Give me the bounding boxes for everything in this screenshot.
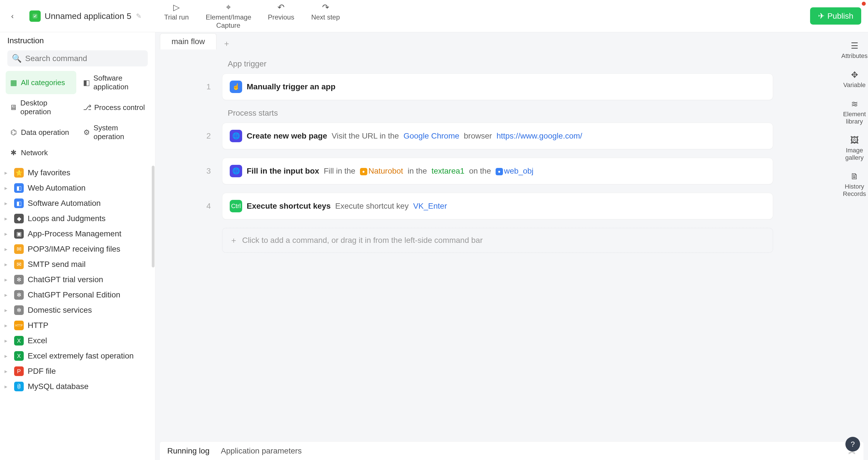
tree-item-label: SMTP send mail <box>28 260 86 269</box>
step-token: VK_Enter <box>413 202 447 211</box>
command-tree[interactable]: ▸ ⭐ My favorites▸ ◧ Web Automation▸ ◧ So… <box>0 164 155 460</box>
tree-item-icon: ✉ <box>14 260 24 269</box>
step-number: 4 <box>165 202 222 211</box>
tree-item-14[interactable]: ▸ 🛢 MySQL database <box>3 379 152 394</box>
undo-icon: ↶ <box>277 2 284 12</box>
chevron-right-icon: ▸ <box>4 215 10 222</box>
tree-item-label: App-Process Management <box>28 229 122 238</box>
category-process[interactable]: ⎇Process control <box>79 96 150 119</box>
tree-item-7[interactable]: ▸ ✻ ChatGPT trial version <box>3 272 152 287</box>
tree-item-icon: 🛢 <box>14 382 24 391</box>
chevron-right-icon: ▸ <box>4 291 10 298</box>
tree-item-label: MySQL database <box>28 382 88 391</box>
tree-item-icon: ✻ <box>14 290 24 300</box>
step-icon: 🌐 <box>230 165 242 177</box>
tree-item-11[interactable]: ▸ X Excel <box>3 333 152 348</box>
add-tab-button[interactable]: ＋ <box>221 38 232 49</box>
chevron-right-icon: ▸ <box>4 352 10 360</box>
tree-item-12[interactable]: ▸ X Excel extremely fast operation <box>3 348 152 364</box>
tree-item-icon: X <box>14 351 24 361</box>
step-card-4[interactable]: Ctrl Execute shortcut keys Execute short… <box>222 193 773 220</box>
rail-variable[interactable]: ✥Variable <box>842 70 867 89</box>
step-token: in the <box>408 167 427 176</box>
tree-item-label: Excel extremely fast operation <box>28 351 134 361</box>
step-icon: 🌐 <box>230 130 242 142</box>
tree-item-label: POP3/IMAP receiving files <box>28 245 120 254</box>
help-fab[interactable]: ? <box>845 437 860 452</box>
chevron-right-icon: ▸ <box>4 337 10 344</box>
step-token: Visit the URL in the <box>332 132 399 141</box>
tree-item-2[interactable]: ▸ ◧ Software Automation <box>3 196 152 211</box>
tree-item-label: Software Automation <box>28 199 101 208</box>
category-desktop[interactable]: 🖥Desktop operation <box>6 96 76 119</box>
window-icon: ◧ <box>83 78 90 87</box>
step-token: browser <box>464 132 492 141</box>
category-data[interactable]: ⌬Data operation <box>6 121 76 144</box>
search-command[interactable]: 🔍 <box>7 50 148 66</box>
tree-item-13[interactable]: ▸ P PDF file <box>3 364 152 379</box>
history-icon: 🗎 <box>850 172 859 181</box>
publish-button[interactable]: ✈ Publish <box>810 7 861 25</box>
tree-item-label: Loops and Judgments <box>28 214 106 223</box>
next-step-button[interactable]: ↷ Next step <box>311 2 340 30</box>
tree-item-0[interactable]: ▸ ⭐ My favorites <box>3 165 152 180</box>
rail-element-library[interactable]: ≋Element library <box>842 99 867 125</box>
tree-item-6[interactable]: ▸ ✉ SMTP send mail <box>3 257 152 272</box>
previous-button[interactable]: ↶ Previous <box>268 2 294 30</box>
category-system[interactable]: ⚙System operation <box>79 121 150 144</box>
step-icon: Ctrl <box>230 200 242 212</box>
tree-item-1[interactable]: ▸ ◧ Web Automation <box>3 180 152 196</box>
trial-run-button[interactable]: ▷ Trial run <box>164 2 189 30</box>
chevron-right-icon: ▸ <box>4 322 10 329</box>
app-logo-icon <box>29 10 41 22</box>
category-software[interactable]: ◧Software application <box>79 71 150 94</box>
edit-title-icon[interactable]: ✎ <box>136 12 142 20</box>
tree-item-8[interactable]: ▸ ✻ ChatGPT Personal Edition <box>3 287 152 303</box>
trigger-section-label: App trigger <box>228 59 858 68</box>
tree-item-4[interactable]: ▸ ▣ App-Process Management <box>3 226 152 241</box>
branch-icon: ⎇ <box>83 103 91 112</box>
sidebar-scrollbar[interactable] <box>152 166 155 267</box>
chevron-right-icon: ▸ <box>4 368 10 375</box>
step-icon: ☝ <box>230 81 242 93</box>
capture-button[interactable]: ⌖ Element/Image Capture <box>206 2 251 30</box>
tree-item-icon: HTTP <box>14 321 24 330</box>
step-number: 3 <box>165 167 222 176</box>
tree-item-3[interactable]: ▸ ◆ Loops and Judgments <box>3 211 152 226</box>
bottom-tab-running-log[interactable]: Running log <box>167 447 209 456</box>
step-card-3[interactable]: 🌐 Fill in the input box Fill in the ●Nat… <box>222 158 773 184</box>
search-icon: 🔍 <box>12 54 22 63</box>
chevron-right-icon: ▸ <box>4 184 10 192</box>
chevron-right-icon: ▸ <box>4 169 10 176</box>
chevron-right-icon: ▸ <box>4 261 10 268</box>
category-all[interactable]: ▦All categories <box>6 71 76 94</box>
back-button[interactable]: ‹ <box>7 10 18 22</box>
app-title: Unnamed application 5 <box>44 11 131 21</box>
tree-item-icon: ✻ <box>14 305 24 315</box>
step-token: https://www.google.com/ <box>496 132 582 141</box>
process-section-label: Process starts <box>228 109 858 118</box>
notification-dot-icon <box>862 2 866 6</box>
tree-item-5[interactable]: ▸ ✉ POP3/IMAP receiving files <box>3 241 152 257</box>
play-icon: ▷ <box>173 2 180 12</box>
flow-tab-main[interactable]: main flow <box>160 33 216 50</box>
rail-attributes[interactable]: ☰Attributes <box>842 41 867 60</box>
add-command-dropzone[interactable]: ＋ Click to add a command, or drag it in … <box>222 228 773 253</box>
bottom-tab-app-params[interactable]: Application parameters <box>221 447 302 456</box>
tree-item-icon: ◧ <box>14 199 24 208</box>
tree-item-9[interactable]: ▸ ✻ Domestic services <box>3 303 152 318</box>
tree-item-label: My favorites <box>28 168 70 177</box>
publish-icon: ✈ <box>818 11 825 21</box>
tree-item-icon: ◆ <box>14 214 24 223</box>
rail-image-gallery[interactable]: 🖼Image gallery <box>842 136 867 162</box>
search-input[interactable] <box>25 54 143 63</box>
plus-icon: ＋ <box>230 235 238 246</box>
tree-item-label: PDF file <box>28 367 56 376</box>
step-card-2[interactable]: 🌐 Create new web page Visit the URL in t… <box>222 123 773 149</box>
step-card-1[interactable]: ☝ Manually trigger an app <box>222 74 773 100</box>
tree-item-10[interactable]: ▸ HTTP HTTP <box>3 318 152 333</box>
category-network[interactable]: ✱Network <box>6 146 76 160</box>
tree-item-label: Web Automation <box>28 183 86 193</box>
tree-item-label: ChatGPT trial version <box>28 275 103 284</box>
rail-history[interactable]: 🗎History Records <box>842 172 867 198</box>
